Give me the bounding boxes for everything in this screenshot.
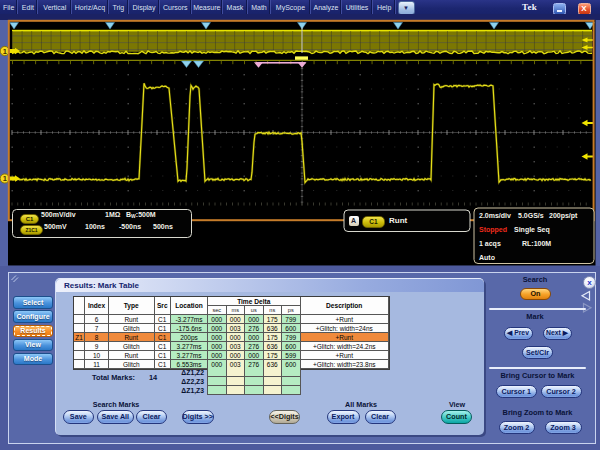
menu-mask[interactable]: Mask xyxy=(223,0,248,14)
close-button[interactable]: X xyxy=(578,3,591,15)
row10-description: +Runt xyxy=(301,351,390,360)
clear-search-marks-button[interactable]: Clear xyxy=(136,410,167,424)
row8-ps: 799 xyxy=(282,333,301,342)
menu-help[interactable]: Help xyxy=(373,0,396,14)
menu-overflow-button[interactable]: ▼ xyxy=(398,1,415,15)
panel-collapse-arrows[interactable] xyxy=(579,290,593,314)
row6-location: -3.277ms xyxy=(171,315,208,324)
count-button[interactable]: Count xyxy=(441,410,472,424)
row6-index: 6 xyxy=(85,315,109,324)
row7-marker[interactable] xyxy=(74,324,85,333)
delta-z-cell xyxy=(264,377,283,386)
menu-file[interactable]: File xyxy=(0,0,18,14)
record-length-readout: RL:100M xyxy=(522,240,551,248)
row8-src: C1 xyxy=(155,333,172,342)
save-all-button[interactable]: Save All xyxy=(97,410,134,424)
panel-close-button[interactable]: x xyxy=(583,276,596,289)
row10-sec: 000 xyxy=(208,351,227,360)
row8-location: 200ps xyxy=(171,333,208,342)
row6-ps: 799 xyxy=(282,315,301,324)
trigger-source-badge[interactable]: C1 xyxy=(362,216,385,228)
cursor1-button[interactable]: Cursor 1 xyxy=(496,385,537,398)
row8-description: +Runt xyxy=(301,333,390,342)
row10-src: C1 xyxy=(155,351,172,360)
row8-sec: 000 xyxy=(208,333,227,342)
row7-sec: 000 xyxy=(208,324,227,333)
svg-text:1: 1 xyxy=(3,47,7,56)
zoom-scale-readout: 500mV xyxy=(44,223,67,231)
tab-mode[interactable]: Mode xyxy=(13,353,53,366)
row6-marker[interactable] xyxy=(74,315,85,324)
row9-ns: 636 xyxy=(264,342,283,351)
row10-ms: 000 xyxy=(227,351,246,360)
set-clear-mark-button[interactable]: Set/Clr xyxy=(522,346,553,359)
row7-location: -175.6ns xyxy=(171,324,208,333)
delta-z-cell xyxy=(245,368,264,377)
prev-mark-button[interactable]: ◀ Prev xyxy=(504,327,533,341)
col-subheader-us: us xyxy=(245,306,264,315)
all-marks-label: All Marks xyxy=(336,400,386,409)
delta-z-cell xyxy=(208,386,227,395)
digits-forward-button[interactable]: Digits >> xyxy=(182,410,214,424)
menu-display[interactable]: Display xyxy=(129,0,160,14)
row10-marker[interactable] xyxy=(74,351,85,360)
tab-results[interactable]: Results xyxy=(13,325,53,338)
row8-ns: 175 xyxy=(264,333,283,342)
col-subheader-ms: ms xyxy=(227,306,246,315)
export-button[interactable]: Export xyxy=(327,410,360,424)
row9-index: 9 xyxy=(85,342,109,351)
row7-ns: 636 xyxy=(264,324,283,333)
zoom-timebase-readout: 100ns xyxy=(85,223,105,231)
row10-type: Runt xyxy=(109,351,155,360)
resize-grip-icon[interactable] xyxy=(11,275,19,283)
col-header-description: Description xyxy=(301,297,390,315)
delta-z-cell xyxy=(282,368,301,377)
chevron-down-icon: ▼ xyxy=(403,5,409,11)
menu-vertical[interactable]: Vertical xyxy=(38,0,72,14)
row6-us: 000 xyxy=(245,315,264,324)
row6-sec: 000 xyxy=(208,315,227,324)
row10-ps: 599 xyxy=(282,351,301,360)
view-label: View xyxy=(432,400,482,409)
col-header-time-delta: Time Delta xyxy=(208,297,301,306)
menu-utilities[interactable]: Utilities xyxy=(342,0,373,14)
minimize-button[interactable] xyxy=(553,3,566,15)
tab-select[interactable]: Select xyxy=(13,296,53,309)
row11-description: +Glitch: width=23.8ns xyxy=(301,360,390,369)
trigger-mode-readout: Auto xyxy=(479,254,495,262)
menu-myscope[interactable]: MyScope xyxy=(271,0,311,14)
next-mark-button[interactable]: Next ▶ xyxy=(543,327,572,341)
menu-trig[interactable]: Trig xyxy=(109,0,129,14)
row8-marker[interactable]: Z1 xyxy=(74,333,85,342)
zoom1-badge[interactable]: Z1C1 xyxy=(20,225,43,235)
tab-view[interactable]: View xyxy=(13,339,53,352)
save-button[interactable]: Save xyxy=(63,410,94,424)
row9-location: 3.277ms xyxy=(171,342,208,351)
menu-cursors[interactable]: Cursors xyxy=(160,0,192,14)
menu-measure[interactable]: Measure xyxy=(192,0,223,14)
row7-us: 276 xyxy=(245,324,264,333)
clear-all-marks-button[interactable]: Clear xyxy=(365,410,396,424)
zoom3-button[interactable]: Zoom 3 xyxy=(545,421,582,434)
search-on-button[interactable]: On xyxy=(520,288,551,301)
row7-type: Glitch xyxy=(109,324,155,333)
zoom2-button[interactable]: Zoom 2 xyxy=(499,421,535,434)
channel1-badge[interactable]: C1 xyxy=(20,214,39,224)
digits-back-button[interactable]: <<Digits xyxy=(269,410,300,424)
row11-marker[interactable] xyxy=(74,360,85,369)
menu-edit[interactable]: Edit xyxy=(18,0,38,14)
delta-z-cell xyxy=(208,368,227,377)
channel-impedance-readout: 1MΩ xyxy=(105,211,120,219)
menu-analyze[interactable]: Analyze xyxy=(311,0,342,14)
delta-z-cells xyxy=(207,368,301,395)
tab-configure[interactable]: Configure xyxy=(13,310,53,323)
delta-z-cell xyxy=(245,377,264,386)
menu-bar: FileEditVerticalHoriz/AcqTrigDisplayCurs… xyxy=(0,0,600,14)
menu-math[interactable]: Math xyxy=(248,0,271,14)
menu-horiz-acq[interactable]: Horiz/Acq xyxy=(72,0,109,14)
row9-marker[interactable] xyxy=(74,342,85,351)
row6-src: C1 xyxy=(155,315,172,324)
zoom-span-readout: 500ns xyxy=(153,223,173,231)
col-header-marker xyxy=(74,297,85,315)
cursor2-button[interactable]: Cursor 2 xyxy=(541,385,582,398)
